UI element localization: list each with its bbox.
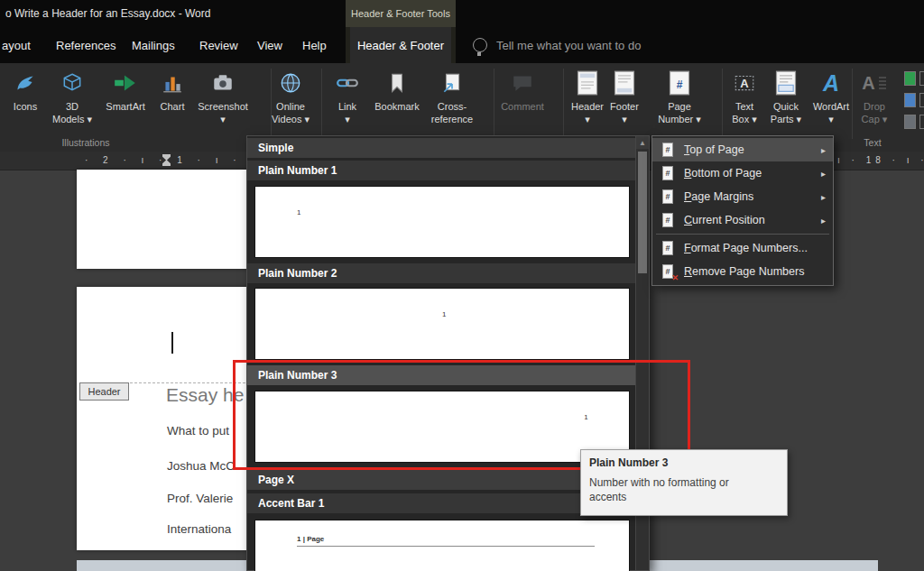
contextual-tools-header: Header & Footer Tools: [346, 0, 456, 27]
bookmark-button[interactable]: Bookmark: [372, 65, 422, 137]
preview-page-number: 1: [442, 310, 446, 318]
submenu-arrow-icon: ▸: [821, 169, 826, 179]
page-fragment-bottom-left[interactable]: [77, 287, 253, 550]
icons-icon: [14, 68, 37, 98]
online-videos-button[interactable]: Online Videos ▾: [265, 65, 316, 137]
partial-icon: [919, 71, 924, 86]
cross-reference-button[interactable]: Cross- reference: [424, 65, 480, 137]
tell-me-box[interactable]: Tell me what you want to do: [473, 27, 641, 63]
page-number-icon: #: [669, 68, 690, 98]
header-button[interactable]: Header ▾: [568, 65, 607, 137]
format-page-numbers-icon: #: [660, 240, 676, 256]
tab-references[interactable]: References: [56, 27, 116, 63]
current-position-icon: #: [660, 212, 676, 228]
document-title: o Write a Header for an Essay.docx - Wor…: [5, 7, 210, 20]
menu-item-current-position[interactable]: # Current Position ▸: [652, 208, 833, 232]
partial-icon: [904, 71, 916, 86]
partial-icon: [904, 93, 916, 107]
submenu-arrow-icon: ▸: [821, 145, 826, 155]
tell-me-label: Tell me what you want to do: [496, 39, 641, 52]
gallery-preview-accent-bar-1[interactable]: 1 | Page: [254, 520, 630, 571]
header-icon: [577, 68, 598, 98]
menu-item-page-margins[interactable]: # Page Margins ▸: [652, 185, 833, 208]
gallery-item-plain-number-3[interactable]: Plain Number 3: [247, 365, 636, 385]
preview-page-number: 1: [584, 413, 587, 421]
scrollbar-thumb[interactable]: [638, 152, 647, 273]
tab-layout[interactable]: ayout: [2, 27, 31, 63]
comment-button: Comment: [498, 65, 547, 137]
group-separator: [494, 69, 494, 139]
submenu-arrow-icon: ▸: [821, 216, 826, 226]
drop-cap-icon: A: [862, 68, 886, 98]
plain-number-3-tooltip: Plain Number 3 Number with no formatting…: [580, 449, 788, 516]
tooltip-body: Number with no formatting or accents: [589, 475, 756, 504]
text-box-button[interactable]: A Text Box ▾: [727, 65, 762, 137]
wordart-button[interactable]: A WordArt ▾: [809, 65, 853, 137]
menu-item-top-of-page[interactable]: # Top of Page ▸: [652, 138, 833, 161]
document-heading[interactable]: Essay he: [166, 384, 244, 406]
tab-view[interactable]: View: [257, 27, 282, 63]
document-text-line[interactable]: Prof. Valerie: [167, 492, 233, 505]
document-text-line[interactable]: Internationa: [167, 522, 231, 536]
gallery-item-plain-number-2[interactable]: Plain Number 2: [247, 263, 636, 283]
cross-reference-icon: [440, 68, 464, 98]
partial-button[interactable]: [904, 70, 924, 87]
chart-button[interactable]: Chart: [153, 65, 191, 137]
tab-header-footer[interactable]: Header & Footer: [350, 27, 451, 63]
gallery-preview-plain-number-2[interactable]: 1: [254, 288, 630, 360]
gallery-preview-plain-number-1[interactable]: 1: [254, 186, 630, 258]
icons-button[interactable]: Icons: [5, 65, 45, 137]
3d-models-button[interactable]: 3D Models ▾: [51, 65, 94, 137]
contextual-tools-label: Header & Footer Tools: [351, 8, 450, 19]
globe-video-icon: [279, 68, 302, 98]
page-number-top-icon: #: [660, 142, 676, 158]
header-boundary-line: [130, 382, 245, 383]
group-separator: [563, 69, 564, 139]
screenshot-button[interactable]: Screenshot ▾: [195, 65, 251, 137]
camera-icon: [211, 68, 235, 98]
link-button[interactable]: Link ▾: [328, 65, 366, 137]
word-window: o Write a Header for an Essay.docx - Wor…: [0, 0, 924, 571]
tab-review[interactable]: Review: [199, 27, 238, 63]
comment-icon: [511, 68, 534, 98]
smartart-button[interactable]: SmartArt: [99, 65, 152, 137]
gallery-preview-plain-number-3[interactable]: 1: [254, 391, 630, 463]
ribbon-tab-row: ayout References Mailings Review View He…: [0, 27, 924, 63]
scroll-up-icon[interactable]: ▲: [636, 136, 649, 149]
tab-help[interactable]: Help: [302, 27, 327, 63]
link-icon: [336, 68, 359, 98]
gallery-section-page-x: Page X: [247, 470, 636, 490]
smartart-icon: [113, 68, 138, 98]
partial-button[interactable]: [904, 92, 924, 108]
chart-icon: [161, 68, 184, 98]
document-text-line[interactable]: What to put: [167, 424, 229, 437]
page-fragment-top-left[interactable]: [77, 170, 252, 269]
group-separator: [852, 69, 853, 139]
partial-button[interactable]: [904, 114, 924, 130]
quick-parts-button[interactable]: Quick Parts ▾: [765, 65, 807, 137]
group-separator: [722, 69, 723, 139]
menu-separator: [656, 234, 829, 235]
page-number-menu: # Top of Page ▸ # Bottom of Page ▸ # Pag…: [651, 135, 834, 286]
bookmark-icon: [385, 68, 409, 98]
preview-accent-text: 1 | Page: [297, 535, 324, 543]
lightbulb-icon: [473, 38, 487, 52]
drop-cap-button[interactable]: A Drop Cap ▾: [855, 65, 893, 137]
wordart-icon: A: [823, 68, 839, 98]
footer-button[interactable]: Footer ▾: [605, 65, 643, 137]
quick-parts-icon: [775, 68, 797, 98]
page-number-button[interactable]: # Page Number ▾: [655, 65, 704, 137]
menu-item-format-page-numbers[interactable]: # Format Page Numbers...: [652, 236, 833, 260]
menu-item-remove-page-numbers[interactable]: #✕ Remove Page Numbers: [652, 260, 833, 283]
text-box-icon: A: [733, 68, 756, 98]
footer-icon: [614, 68, 635, 98]
gallery-item-accent-bar-1[interactable]: Accent Bar 1: [247, 493, 636, 513]
tab-mailings[interactable]: Mailings: [132, 27, 175, 63]
page-margins-icon: #: [660, 189, 676, 205]
gallery-item-plain-number-1[interactable]: Plain Number 1: [247, 161, 636, 180]
partial-icon: [919, 115, 924, 129]
document-text-line[interactable]: Joshua McC: [167, 459, 235, 473]
menu-item-bottom-of-page[interactable]: # Bottom of Page ▸: [652, 161, 833, 185]
preview-page-number: 1: [297, 208, 300, 216]
submenu-arrow-icon: ▸: [821, 192, 826, 202]
